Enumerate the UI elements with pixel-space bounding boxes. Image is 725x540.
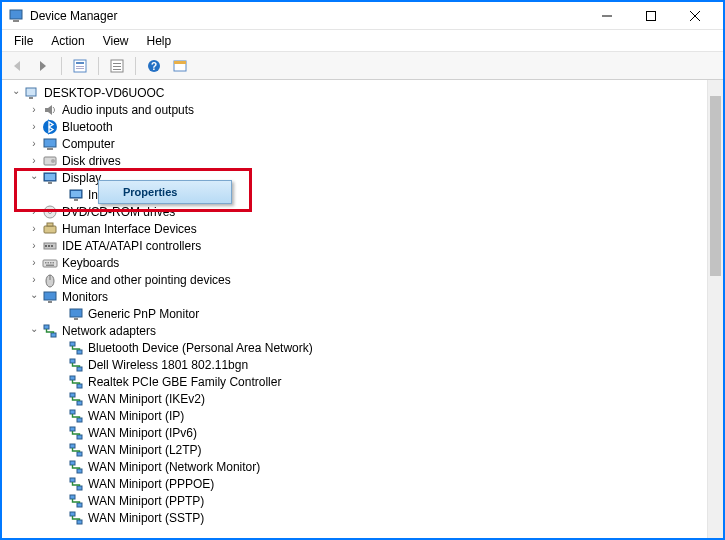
svg-rect-8 [76,66,84,67]
svg-rect-69 [70,478,75,482]
toolbar-button-2[interactable] [106,55,128,77]
network-icon [42,323,58,339]
minimize-button[interactable] [585,2,629,30]
svg-rect-38 [51,245,53,247]
device-tree[interactable]: ⌄DESKTOP-VD6UOOC›Audio inputs and output… [2,80,707,538]
app-icon [8,8,24,24]
toolbar-button-4[interactable] [169,55,191,77]
tree-row-node-1[interactable]: ›Bluetooth [8,118,707,135]
scrollbar-thumb[interactable] [710,96,721,276]
disc-icon [42,204,58,220]
tree-row-node-11-4[interactable]: ·WAN Miniport (IP) [8,407,707,424]
expander-blank: · [52,189,68,200]
tree-label: Audio inputs and outputs [62,103,194,117]
tree-row-node-11-6[interactable]: ·WAN Miniport (L2TP) [8,441,707,458]
tree-row-node-0[interactable]: ›Audio inputs and outputs [8,101,707,118]
expand-icon[interactable]: › [26,206,42,217]
tree-row-node-8[interactable]: ›Keyboards [8,254,707,271]
svg-rect-30 [74,199,78,201]
expand-icon[interactable]: › [26,274,42,285]
network-icon [68,374,84,390]
svg-rect-66 [77,452,82,456]
tree-row-node-7[interactable]: ›IDE ATA/ATAPI controllers [8,237,707,254]
svg-rect-7 [76,62,84,64]
menu-view[interactable]: View [95,32,137,50]
svg-rect-12 [113,66,121,67]
svg-rect-49 [70,309,82,317]
collapse-icon[interactable]: ⌄ [26,289,42,300]
computer-icon [42,136,58,152]
toolbar-separator [61,57,62,75]
menu-file[interactable]: File [6,32,41,50]
expander-blank: · [52,461,68,472]
menu-help[interactable]: Help [139,32,180,50]
scrollbar[interactable] [707,80,723,538]
tree-row-node-11-5[interactable]: ·WAN Miniport (IPv6) [8,424,707,441]
tree-row-node-5[interactable]: ›DVD/CD-ROM drives [8,203,707,220]
svg-rect-26 [45,174,55,180]
tree-row-node-11-2[interactable]: ·Realtek PCIe GBE Family Controller [8,373,707,390]
tree-row-node-2[interactable]: ›Computer [8,135,707,152]
svg-rect-71 [70,495,75,499]
tree-row-node-11-1[interactable]: ·Dell Wireless 1801 802.11bgn [8,356,707,373]
toolbar-button-1[interactable] [69,55,91,77]
tree-row-node-11-7[interactable]: ·WAN Miniport (Network Monitor) [8,458,707,475]
tree-row-node-9[interactable]: ›Mice and other pointing devices [8,271,707,288]
tree-label: WAN Miniport (IKEv2) [88,392,205,406]
tree-row-node-11-9[interactable]: ·WAN Miniport (PPTP) [8,492,707,509]
svg-rect-58 [77,384,82,388]
tree-row-node-10-0[interactable]: ·Generic PnP Monitor [8,305,707,322]
expand-icon[interactable]: › [26,223,42,234]
help-button[interactable]: ? [143,55,165,77]
tree-label: Network adapters [62,324,156,338]
expand-icon[interactable]: › [26,240,42,251]
tree-row-node-11-0[interactable]: ·Bluetooth Device (Personal Area Network… [8,339,707,356]
svg-rect-51 [44,325,49,329]
svg-rect-70 [77,486,82,490]
expand-icon[interactable]: › [26,155,42,166]
forward-button[interactable] [32,55,54,77]
tree-label: Realtek PCIe GBE Family Controller [88,375,281,389]
display-icon [42,170,58,186]
svg-rect-48 [48,301,52,303]
tree-row-node-6[interactable]: ›Human Interface Devices [8,220,707,237]
network-icon [68,493,84,509]
tree-label: IDE ATA/ATAPI controllers [62,239,201,253]
close-button[interactable] [673,2,717,30]
tree-row-node-10[interactable]: ⌄Monitors [8,288,707,305]
tree-label: DVD/CD-ROM drives [62,205,175,219]
keyboard-icon [42,255,58,271]
context-menu[interactable]: Properties [98,180,232,204]
collapse-icon[interactable]: ⌄ [8,85,24,96]
maximize-button[interactable] [629,2,673,30]
expand-icon[interactable]: › [26,121,42,132]
collapse-icon[interactable]: ⌄ [26,323,42,334]
expander-blank: · [52,342,68,353]
svg-rect-61 [70,410,75,414]
svg-rect-54 [77,350,82,354]
tree-row-node-11-3[interactable]: ·WAN Miniport (IKEv2) [8,390,707,407]
collapse-icon[interactable]: ⌄ [26,170,42,181]
svg-point-24 [51,159,55,163]
tree-label: WAN Miniport (SSTP) [88,511,204,525]
svg-rect-74 [77,520,82,524]
svg-rect-62 [77,418,82,422]
tree-row-node-3[interactable]: ›Disk drives [8,152,707,169]
menu-action[interactable]: Action [43,32,92,50]
svg-rect-56 [77,367,82,371]
tree-row-node-11-8[interactable]: ·WAN Miniport (PPPOE) [8,475,707,492]
tree-label: Disk drives [62,154,121,168]
back-button[interactable] [6,55,28,77]
svg-rect-44 [46,264,54,266]
expand-icon[interactable]: › [26,138,42,149]
tree-row-node-11-10[interactable]: ·WAN Miniport (SSTP) [8,509,707,526]
tree-row-root[interactable]: ⌄DESKTOP-VD6UOOC [8,84,707,101]
svg-rect-47 [44,292,56,300]
svg-rect-67 [70,461,75,465]
context-menu-properties[interactable]: Properties [101,183,229,201]
expand-icon[interactable]: › [26,104,42,115]
expand-icon[interactable]: › [26,257,42,268]
pc-icon [24,85,40,101]
network-icon [68,510,84,526]
tree-row-node-11[interactable]: ⌄Network adapters [8,322,707,339]
